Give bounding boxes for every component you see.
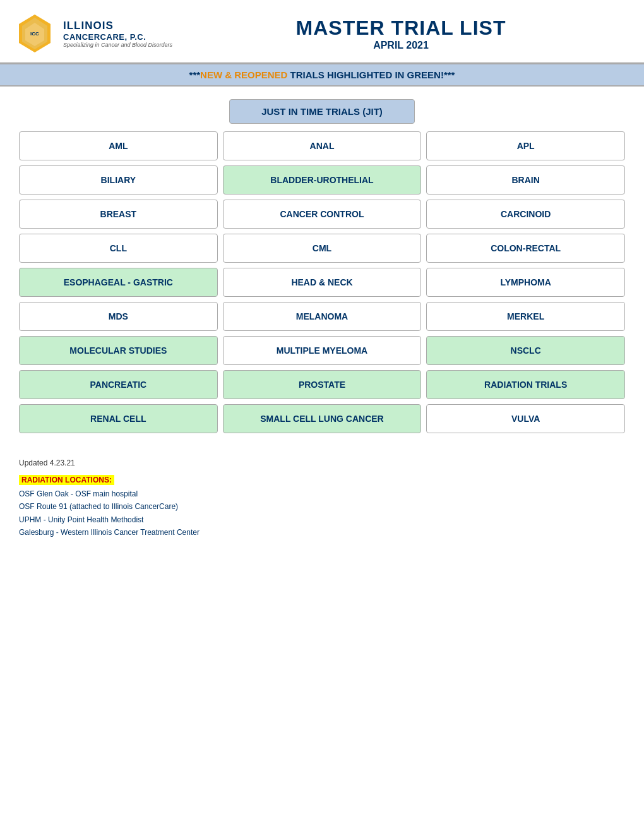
trial-cell-cancer-control[interactable]: CANCER CONTROL [223, 200, 422, 229]
jit-row: JUST IN TIME TRIALS (JIT) [19, 99, 625, 124]
content: JUST IN TIME TRIALS (JIT) AMLANALAPLBILI… [0, 87, 644, 446]
trial-cell-brain[interactable]: BRAIN [426, 165, 625, 195]
logo-title: ILLINOIS [63, 20, 172, 32]
footer-line: OSF Glen Oak - OSF main hospital [19, 488, 625, 500]
banner-prefix: *** [189, 69, 201, 80]
trial-cell-esophageal---gastric[interactable]: ESOPHAGEAL - GASTRIC [19, 268, 218, 297]
logo-icon: ICC [13, 11, 57, 56]
trial-cell-pancreatic[interactable]: PANCREATIC [19, 370, 218, 399]
trial-cell-prostate[interactable]: PROSTATE [223, 370, 422, 399]
logo-tagline: Specializing in Cancer and Blood Disorde… [63, 42, 172, 48]
footer-line: OSF Route 91 (attached to Illinois Cance… [19, 500, 625, 513]
trial-cell-aml[interactable]: AML [19, 131, 218, 160]
trial-cell-biliary[interactable]: BILIARY [19, 165, 218, 195]
trial-cell-head--neck[interactable]: HEAD & NECK [223, 268, 422, 297]
svg-text:ICC: ICC [30, 31, 39, 37]
banner: ***NEW & REOPENED TRIALS HIGHLIGHTED IN … [0, 63, 644, 87]
logo-text: ILLINOIS CANCERCARE, P.C. Specializing i… [63, 20, 172, 48]
trial-cell-melanoma[interactable]: MELANOMA [223, 302, 422, 331]
trial-grid: AMLANALAPLBILIARYBLADDER-UROTHELIALBRAIN… [19, 131, 625, 433]
banner-suffix: TRIALS HIGHLIGHTED IN GREEN!*** [287, 69, 455, 80]
trial-cell-lymphoma[interactable]: LYMPHOMA [426, 268, 625, 297]
footer-line: Galesburg - Western Illinois Cancer Trea… [19, 526, 625, 539]
footer-line: UPHM - Unity Point Health Methodist [19, 513, 625, 526]
main-title: MASTER TRIAL LIST [177, 16, 625, 40]
radiation-label-badge: RADIATION LOCATIONS: [19, 474, 625, 488]
radiation-label: RADIATION LOCATIONS: [19, 475, 114, 485]
trial-cell-renal-cell[interactable]: RENAL CELL [19, 404, 218, 433]
trial-cell-nsclc[interactable]: NSCLC [426, 336, 625, 365]
trial-cell-bladder-urothelial[interactable]: BLADDER-UROTHELIAL [223, 165, 422, 195]
main-subtitle: APRIL 2021 [177, 40, 625, 51]
trial-cell-small-cell-lung-cancer[interactable]: SMALL CELL LUNG CANCER [223, 404, 422, 433]
trial-cell-cml[interactable]: CML [223, 234, 422, 263]
trial-cell-carcinoid[interactable]: CARCINOID [426, 200, 625, 229]
banner-highlight: NEW & REOPENED [200, 69, 287, 80]
header: ICC ILLINOIS CANCERCARE, P.C. Specializi… [0, 0, 644, 63]
trial-cell-vulva[interactable]: VULVA [426, 404, 625, 433]
updated-text: Updated 4.23.21 [19, 458, 625, 467]
trial-cell-anal[interactable]: ANAL [223, 131, 422, 160]
trial-cell-merkel[interactable]: MERKEL [426, 302, 625, 331]
trial-cell-apl[interactable]: APL [426, 131, 625, 160]
header-title-area: MASTER TRIAL LIST APRIL 2021 [177, 16, 625, 51]
jit-box[interactable]: JUST IN TIME TRIALS (JIT) [229, 99, 415, 124]
trial-cell-mds[interactable]: MDS [19, 302, 218, 331]
trial-cell-molecular-studies[interactable]: MOLECULAR STUDIES [19, 336, 218, 365]
trial-cell-breast[interactable]: BREAST [19, 200, 218, 229]
footer-lines: OSF Glen Oak - OSF main hospitalOSF Rout… [19, 488, 625, 539]
logo-area: ICC ILLINOIS CANCERCARE, P.C. Specializi… [13, 11, 177, 56]
trial-cell-colon-rectal[interactable]: COLON-RECTAL [426, 234, 625, 263]
footer: Updated 4.23.21 RADIATION LOCATIONS: OSF… [0, 446, 644, 546]
trial-cell-cll[interactable]: CLL [19, 234, 218, 263]
trial-cell-multiple-myeloma[interactable]: MULTIPLE MYELOMA [223, 336, 422, 365]
logo-subtitle: CANCERCARE, P.C. [63, 32, 172, 42]
trial-cell-radiation-trials[interactable]: RADIATION TRIALS [426, 370, 625, 399]
